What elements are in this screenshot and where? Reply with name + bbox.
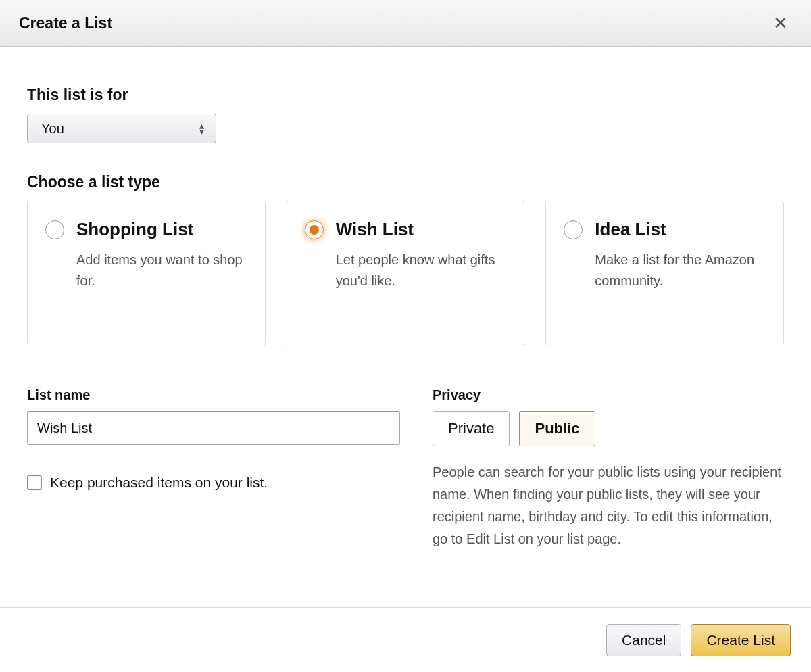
cancel-button[interactable]: Cancel <box>606 624 681 656</box>
keep-purchased-checkbox[interactable] <box>27 475 42 490</box>
radio-icon <box>305 220 324 239</box>
privacy-label: Privacy <box>433 387 784 403</box>
list-type-title: Wish List <box>336 219 414 240</box>
list-for-selected: You <box>27 114 216 143</box>
list-name-label: List name <box>27 387 400 403</box>
list-type-desc: Make a list for the Amazon community. <box>595 249 766 291</box>
modal-body: This list is for You ▴▾ Choose a list ty… <box>0 47 811 550</box>
modal-footer: Cancel Create List <box>0 607 811 672</box>
radio-icon <box>45 220 64 239</box>
radio-icon <box>564 220 583 239</box>
list-type-desc: Add items you want to shop for. <box>76 249 247 291</box>
privacy-private-button[interactable]: Private <box>433 411 510 446</box>
list-type-desc: Let people know what gifts you'd like. <box>336 249 507 291</box>
list-name-input[interactable] <box>27 411 400 445</box>
close-icon[interactable]: ✕ <box>769 13 792 33</box>
list-type-idea[interactable]: Idea List Make a list for the Amazon com… <box>545 201 784 345</box>
list-for-select[interactable]: You ▴▾ <box>27 114 216 143</box>
create-list-button[interactable]: Create List <box>691 624 791 656</box>
list-type-options: Shopping List Add items you want to shop… <box>27 201 784 345</box>
privacy-description: People can search for your public lists … <box>433 461 784 550</box>
privacy-toggle: Private Public <box>433 411 784 446</box>
list-type-shopping[interactable]: Shopping List Add items you want to shop… <box>27 201 266 345</box>
keep-purchased-label: Keep purchased items on your list. <box>50 475 268 491</box>
modal-title: Create a List <box>19 14 112 32</box>
list-type-title: Shopping List <box>76 219 193 240</box>
list-type-wish[interactable]: Wish List Let people know what gifts you… <box>287 201 525 345</box>
list-for-label: This list is for <box>27 86 784 104</box>
list-type-title: Idea List <box>595 219 666 240</box>
privacy-public-button[interactable]: Public <box>519 411 595 446</box>
list-type-label: Choose a list type <box>27 173 784 191</box>
modal-header: Create a List ✕ <box>0 0 811 47</box>
